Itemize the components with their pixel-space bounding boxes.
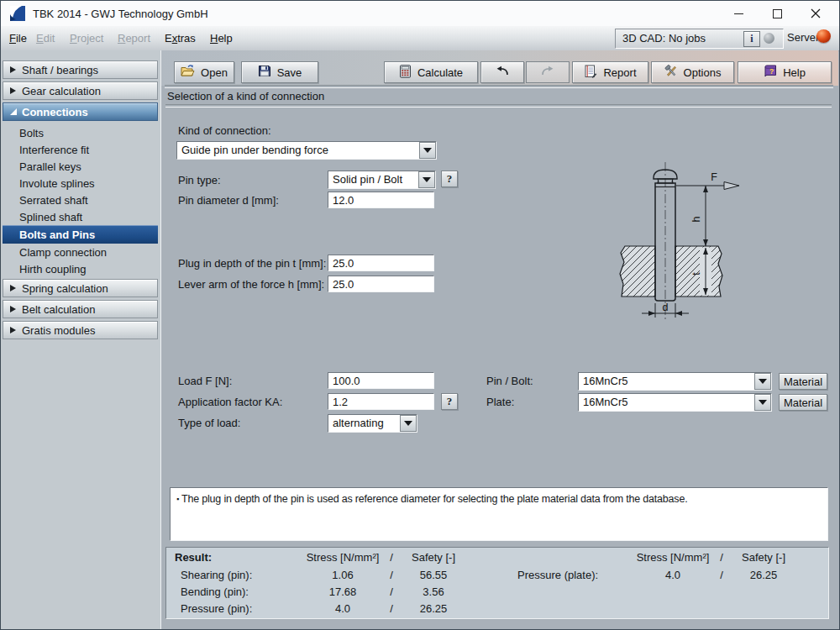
type-of-load-value: alternating — [328, 415, 400, 432]
section-title: Selection of a kind of connection — [167, 90, 324, 102]
pin-type-value: Solid pin / Bolt — [328, 171, 418, 188]
menu-report: Report — [114, 26, 154, 50]
sidebar-section-shaft-bearings[interactable]: Shaft / bearings — [3, 60, 158, 79]
main-panel: Open Save Calculate — [160, 50, 838, 629]
application-factor-help-button[interactable]: ? — [441, 393, 458, 410]
menu-file[interactable]: File — [6, 26, 30, 50]
sidebar-section-gratis-modules[interactable]: Gratis modules — [3, 321, 158, 339]
application-factor-input[interactable] — [328, 393, 434, 410]
menu-edit: Edit — [33, 26, 58, 50]
chevron-down-icon[interactable] — [400, 415, 417, 432]
pin-connection-diagram: F h t d — [606, 155, 753, 332]
sidebar-item-bolts-and-pins[interactable]: Bolts and Pins — [3, 225, 158, 244]
server-status-indicator — [816, 29, 831, 43]
close-button[interactable] — [796, 1, 835, 26]
chevron-down-icon[interactable] — [418, 171, 435, 188]
divider: / — [715, 569, 728, 581]
calculate-button-label: Calculate — [417, 66, 463, 79]
plate-material-value: 16MnCr5 — [579, 394, 754, 411]
kind-of-connection-select[interactable]: Guide pin under bending force — [176, 141, 437, 160]
sidebar-item-hirth-coupling[interactable]: Hirth coupling — [3, 260, 158, 277]
menu-help[interactable]: Help — [207, 26, 236, 50]
section-title-divider — [165, 104, 832, 108]
save-button[interactable]: Save — [241, 61, 318, 83]
calculate-button[interactable]: Calculate — [384, 61, 478, 83]
menu-bar: File Edit Project Report Extras Help 3D … — [1, 26, 839, 51]
help-button[interactable]: ? Help — [738, 61, 832, 83]
lever-arm-label: Lever arm of the force h [mm]: — [178, 278, 324, 291]
type-of-load-select[interactable]: alternating — [328, 414, 417, 433]
cad-info-button[interactable]: i — [743, 31, 760, 47]
undo-button[interactable] — [480, 61, 524, 83]
redo-icon — [540, 66, 555, 79]
note-text: ▪ The plug in depth of the pin is used a… — [176, 493, 687, 505]
window-title: TBK 2014 - GWJ Technology GmbH — [33, 8, 208, 20]
sidebar-section-label: Connections — [22, 106, 88, 118]
chevron-right-icon — [10, 285, 16, 291]
chevron-right-icon — [10, 87, 16, 94]
minimize-button[interactable] — [719, 1, 758, 26]
plug-depth-input[interactable] — [328, 255, 434, 271]
sidebar-section-label: Spring calculation — [22, 282, 108, 295]
app-window: TBK 2014 - GWJ Technology GmbH File Edit… — [0, 0, 840, 630]
pin-bolt-material-button[interactable]: Material — [779, 373, 827, 390]
sidebar-item-clamp-connection[interactable]: Clamp connection — [3, 244, 158, 260]
sidebar-item-serrated-shaft[interactable]: Serrated shaft — [3, 192, 158, 208]
stress-header: Stress [N/mm²] — [284, 551, 402, 564]
sidebar-section-label: Gear calculation — [22, 85, 101, 97]
help-button-label: Help — [783, 66, 806, 79]
result-row-safety: 3.56 — [400, 585, 467, 598]
result-row-stress: 1.06 — [284, 569, 402, 581]
open-folder-icon — [181, 65, 195, 80]
note-box: ▪ The plug in depth of the pin is used a… — [170, 487, 828, 541]
open-button[interactable]: Open — [174, 61, 234, 83]
pin-bolt-material-label: Pin / Bolt: — [486, 375, 533, 387]
help-book-icon: ? — [764, 65, 777, 80]
chevron-down-icon[interactable] — [754, 394, 771, 411]
results-panel: Result: Stress [N/mm²] / Safety [-] Shea… — [165, 547, 829, 619]
plug-depth-label: Plug in depth of the pin t [mm]: — [178, 257, 326, 270]
sidebar-section-connections[interactable]: Connections — [3, 102, 158, 121]
save-button-label: Save — [277, 66, 302, 79]
sidebar-section-belt-calculation[interactable]: Belt calculation — [3, 300, 158, 318]
sidebar-section-label: Gratis modules — [22, 324, 95, 337]
sidebar-item-interference-fit[interactable]: Interference fit — [3, 141, 158, 158]
options-button[interactable]: Options — [651, 61, 734, 83]
sidebar-item-splined-shaft[interactable]: Splined shaft — [3, 208, 158, 225]
pin-type-help-button[interactable]: ? — [441, 171, 458, 187]
pin-type-label: Pin type: — [178, 174, 221, 186]
report-document-icon — [584, 65, 597, 81]
open-button-label: Open — [201, 66, 228, 79]
results-title: Result: — [175, 551, 212, 564]
result-row-label: Pressure (plate): — [517, 569, 598, 581]
chevron-down-icon[interactable] — [754, 373, 771, 390]
sidebar-item-parallel-keys[interactable]: Parallel keys — [3, 158, 158, 175]
calculator-icon — [399, 65, 412, 81]
chevron-down-icon[interactable] — [419, 142, 436, 159]
menu-extras[interactable]: Extras — [161, 26, 199, 50]
title-bar: TBK 2014 - GWJ Technology GmbH — [1, 1, 839, 27]
sidebar-item-bolts[interactable]: Bolts — [3, 124, 158, 141]
lever-arm-input[interactable] — [328, 276, 434, 292]
sidebar-section-spring-calculation[interactable]: Spring calculation — [3, 279, 158, 297]
options-button-label: Options — [684, 66, 722, 79]
maximize-button[interactable] — [758, 1, 796, 26]
chevron-right-icon — [10, 327, 16, 333]
cad-status-indicator — [764, 33, 774, 44]
diameter-dim-label: d — [663, 302, 669, 313]
save-floppy-icon — [258, 65, 271, 80]
report-button[interactable]: Report — [572, 61, 648, 83]
report-button-label: Report — [603, 66, 636, 79]
type-of-load-label: Type of load: — [178, 417, 240, 429]
plate-material-button[interactable]: Material — [779, 394, 827, 411]
pin-bolt-material-select[interactable]: 16MnCr5 — [578, 372, 772, 391]
sidebar-section-label: Belt calculation — [22, 303, 95, 316]
sidebar-section-gear-calculation[interactable]: Gear calculation — [3, 81, 158, 100]
load-input[interactable] — [328, 372, 434, 389]
pin-type-select[interactable]: Solid pin / Bolt — [328, 171, 436, 189]
pin-diameter-input[interactable] — [328, 192, 434, 208]
pin-bolt-material-value: 16MnCr5 — [579, 373, 754, 390]
plate-material-select[interactable]: 16MnCr5 — [578, 393, 772, 412]
sidebar-item-involute-splines[interactable]: Involute splines — [3, 175, 158, 192]
force-label: F — [711, 171, 717, 183]
